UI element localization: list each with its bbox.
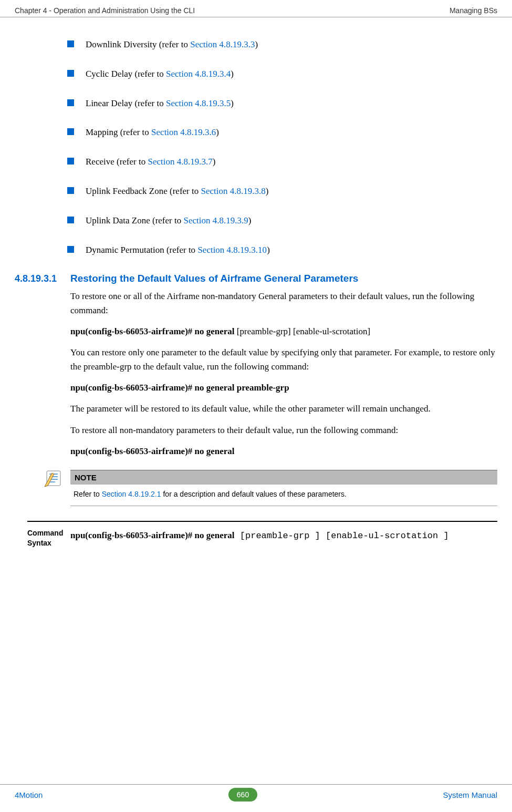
content-area: Downlink Diversity (refer to Section 4.8… (0, 17, 512, 548)
bullet-list: Downlink Diversity (refer to Section 4.8… (67, 38, 497, 256)
bullet-icon (67, 187, 74, 194)
section-link[interactable]: Section 4.8.19.3.3 (190, 39, 255, 49)
section-link[interactable]: Section 4.8.19.3.4 (166, 69, 231, 79)
paragraph: To restore all non-mandatory parameters … (70, 424, 497, 437)
list-item: Dynamic Permutation (refer to Section 4.… (67, 244, 497, 256)
page-number: 660 (228, 788, 257, 801)
section-link[interactable]: Section 4.8.19.3.8 (201, 186, 266, 196)
list-item: Downlink Diversity (refer to Section 4.8… (67, 38, 497, 51)
command-example: npu(config-bs-66053-airframe)# no genera… (70, 325, 497, 338)
list-item: Cyclic Delay (refer to Section 4.8.19.3.… (67, 68, 497, 80)
section-link[interactable]: Section 4.8.19.3.7 (148, 157, 212, 167)
list-text: Dynamic Permutation (refer to Section 4.… (86, 244, 270, 256)
footer-right: System Manual (443, 790, 497, 799)
paragraph: You can restore only one parameter to th… (70, 346, 497, 374)
list-text: Cyclic Delay (refer to Section 4.8.19.3.… (86, 68, 234, 80)
section-link[interactable]: Section 4.8.19.3.6 (151, 127, 216, 137)
command-syntax-label: Command Syntax (27, 528, 70, 547)
list-item: Uplink Data Zone (refer to Section 4.8.1… (67, 214, 497, 227)
list-text: Uplink Feedback Zone (refer to Section 4… (86, 185, 268, 198)
section-number: 4.8.19.3.1 (15, 273, 70, 284)
paragraph: The parameter will be restored to its de… (70, 402, 497, 416)
list-text: Downlink Diversity (refer to Section 4.8… (86, 38, 258, 51)
bullet-icon (67, 158, 74, 165)
list-item: Uplink Feedback Zone (refer to Section 4… (67, 185, 497, 198)
bullet-icon (67, 99, 74, 106)
header-left: Chapter 4 - Operation and Administration… (15, 6, 195, 15)
list-item: Receive (refer to Section 4.8.19.3.7) (67, 156, 497, 168)
header-right: Managing BSs (450, 6, 497, 15)
list-text: Mapping (refer to Section 4.8.19.3.6) (86, 126, 219, 139)
list-item: Mapping (refer to Section 4.8.19.3.6) (67, 126, 497, 139)
command-syntax-row: Command Syntax npu(config-bs-66053-airfr… (27, 521, 497, 547)
section-link[interactable]: Section 4.8.19.3.5 (166, 98, 231, 108)
section-link[interactable]: Section 4.8.19.3.9 (183, 215, 248, 225)
section-heading: 4.8.19.3.1 Restoring the Default Values … (15, 273, 497, 284)
note-block: NOTE Refer to Section 4.8.19.2.1 for a d… (70, 470, 497, 506)
bullet-icon (67, 40, 74, 47)
section-title: Restoring the Default Values of Airframe… (70, 273, 358, 284)
page-header: Chapter 4 - Operation and Administration… (0, 0, 512, 17)
bullet-icon (67, 217, 74, 223)
bullet-icon (67, 246, 74, 253)
footer-left: 4Motion (15, 790, 43, 799)
note-label: NOTE (70, 470, 497, 485)
note-body: Refer to Section 4.8.19.2.1 for a descri… (70, 485, 497, 506)
list-text: Uplink Data Zone (refer to Section 4.8.1… (86, 214, 251, 227)
note-icon (44, 469, 64, 490)
bullet-icon (67, 70, 74, 77)
list-text: Linear Delay (refer to Section 4.8.19.3.… (86, 97, 234, 110)
paragraph: To restore one or all of the Airframe no… (70, 290, 497, 317)
bullet-icon (67, 128, 74, 135)
command-example: npu(config-bs-66053-airframe)# no genera… (70, 445, 497, 458)
section-link[interactable]: Section 4.8.19.2.1 (102, 490, 161, 498)
page-footer: 4Motion 660 System Manual (0, 784, 512, 801)
command-example: npu(config-bs-66053-airframe)# no genera… (70, 381, 497, 395)
command-syntax-text: npu(config-bs-66053-airframe)# no genera… (70, 528, 449, 543)
list-text: Receive (refer to Section 4.8.19.3.7) (86, 156, 215, 168)
list-item: Linear Delay (refer to Section 4.8.19.3.… (67, 97, 497, 110)
section-link[interactable]: Section 4.8.19.3.10 (197, 245, 267, 255)
